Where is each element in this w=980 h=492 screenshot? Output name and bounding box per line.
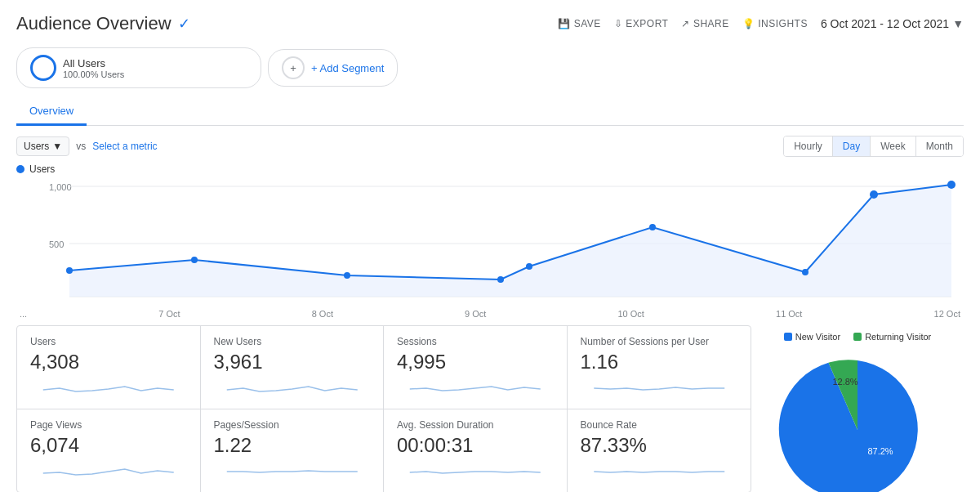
svg-point-8	[344, 272, 350, 279]
stats-grid-container: Users 4,308 New Users 3,961 Sessions 4,9…	[16, 325, 751, 492]
segment-info: All Users 100.00% Users	[63, 57, 124, 79]
avg-session-sparkline	[397, 463, 554, 480]
svg-point-6	[66, 267, 73, 274]
header-left: Audience Overview ✓	[16, 13, 190, 34]
chart-legend: Users	[16, 163, 964, 175]
returning-visitor-label: Returning Visitor	[865, 332, 931, 342]
day-button[interactable]: Day	[833, 136, 871, 156]
returning-visitor-legend: Returning Visitor	[853, 332, 931, 342]
header-actions: 💾 SAVE ⇩ EXPORT ↗ SHARE 💡 INSIGHTS 6 Oct…	[558, 17, 964, 30]
save-icon: 💾	[558, 18, 571, 29]
stats-grid: Users 4,308 New Users 3,961 Sessions 4,9…	[16, 325, 751, 492]
bounce-rate-stat-value: 87.33%	[581, 434, 738, 457]
week-button[interactable]: Week	[871, 136, 915, 156]
sessions-stat-label: Sessions	[397, 336, 554, 347]
check-icon: ✓	[178, 15, 190, 33]
new-users-stat-card: New Users 3,961	[201, 326, 385, 409]
new-users-stat-value: 3,961	[214, 351, 371, 373]
bounce-rate-stat-label: Bounce Rate	[581, 419, 738, 431]
avg-session-stat-label: Avg. Session Duration	[397, 419, 554, 431]
insights-icon: 💡	[742, 18, 755, 29]
chart-area: 1,000 500 ...	[16, 178, 964, 319]
dropdown-chevron-icon: ▼	[52, 141, 62, 152]
svg-point-14	[947, 181, 956, 189]
select-metric-link[interactable]: Select a metric	[92, 141, 157, 152]
sessions-stat-card: Sessions 4,995	[384, 326, 568, 409]
page-views-stat-label: Page Views	[30, 419, 187, 431]
svg-text:500: 500	[49, 239, 64, 249]
new-visitor-dot	[784, 333, 792, 341]
svg-point-10	[526, 263, 532, 270]
users-legend-label: Users	[29, 163, 55, 175]
time-period-buttons: Hourly Day Week Month	[783, 136, 964, 157]
users-sparkline	[30, 380, 187, 396]
pie-chart-svg: 87.2% 12.8%	[776, 348, 939, 492]
users-stat-label: Users	[30, 336, 187, 347]
insights-button[interactable]: 💡 INSIGHTS	[742, 18, 808, 29]
segment-icon	[30, 55, 56, 81]
svg-point-11	[649, 224, 656, 230]
month-button[interactable]: Month	[916, 136, 963, 156]
users-legend-dot	[16, 165, 24, 173]
svg-text:1,000: 1,000	[49, 182, 72, 192]
segment-bar: All Users 100.00% Users + + Add Segment	[16, 47, 964, 88]
export-button[interactable]: ⇩ EXPORT	[614, 18, 669, 29]
add-segment-icon: +	[282, 56, 305, 79]
pages-session-stat-card: Pages/Session 1.22	[201, 409, 385, 492]
page-views-stat-card: Page Views 6,074	[17, 409, 201, 492]
add-segment-button[interactable]: + + Add Segment	[268, 49, 398, 87]
metric-selector: Users ▼ vs Select a metric	[16, 136, 158, 156]
pie-chart-area: New Visitor Returning Visitor 87.2%	[751, 325, 964, 492]
sessions-per-user-stat-card: Number of Sessions per User 1.16	[568, 326, 751, 409]
svg-text:87.2%: 87.2%	[867, 446, 893, 456]
new-visitor-legend: New Visitor	[784, 332, 840, 342]
svg-text:12.8%: 12.8%	[832, 377, 858, 387]
page-views-sparkline	[30, 463, 187, 480]
pie-legend: New Visitor Returning Visitor	[784, 332, 932, 342]
pages-session-stat-label: Pages/Session	[214, 419, 371, 431]
new-visitor-label: New Visitor	[795, 332, 840, 342]
pages-session-sparkline	[214, 463, 371, 480]
users-stat-card: Users 4,308	[17, 326, 201, 409]
svg-point-7	[191, 257, 198, 263]
bounce-rate-sparkline	[581, 463, 738, 480]
page-views-stat-value: 6,074	[30, 434, 187, 457]
sessions-per-user-sparkline	[581, 380, 738, 396]
save-button[interactable]: 💾 SAVE	[558, 18, 601, 29]
share-icon: ↗	[681, 18, 690, 29]
svg-point-13	[870, 190, 878, 199]
new-users-sparkline	[214, 380, 371, 396]
share-button[interactable]: ↗ SHARE	[681, 18, 728, 29]
returning-visitor-dot	[853, 333, 862, 341]
avg-session-stat-card: Avg. Session Duration 00:00:31	[384, 409, 568, 492]
page-header: Audience Overview ✓ 💾 SAVE ⇩ EXPORT ↗ SH…	[16, 13, 964, 34]
sessions-per-user-stat-label: Number of Sessions per User	[581, 336, 738, 347]
export-icon: ⇩	[614, 18, 623, 29]
sessions-sparkline	[397, 380, 554, 396]
tabs-bar: Overview	[16, 98, 964, 126]
sessions-per-user-stat-value: 1.16	[581, 351, 738, 373]
hourly-button[interactable]: Hourly	[784, 136, 833, 156]
stats-area: Users 4,308 New Users 3,961 Sessions 4,9…	[16, 325, 964, 492]
bounce-rate-stat-card: Bounce Rate 87.33%	[568, 409, 751, 492]
avg-session-stat-value: 00:00:31	[397, 434, 554, 457]
x-axis-labels: ... 7 Oct 8 Oct 9 Oct 10 Oct 11 Oct 12 O…	[16, 309, 964, 319]
users-stat-value: 4,308	[30, 351, 187, 373]
date-range-selector[interactable]: 6 Oct 2021 - 12 Oct 2021 ▼	[821, 17, 964, 30]
all-users-segment[interactable]: All Users 100.00% Users	[16, 47, 261, 88]
page-container: Audience Overview ✓ 💾 SAVE ⇩ EXPORT ↗ SH…	[0, 0, 980, 492]
vs-label: vs	[76, 141, 86, 152]
page-title: Audience Overview	[16, 13, 172, 34]
users-metric-dropdown[interactable]: Users ▼	[16, 136, 69, 156]
pages-session-stat-value: 1.22	[214, 434, 371, 457]
svg-point-9	[497, 276, 504, 283]
new-users-stat-label: New Users	[214, 336, 371, 347]
sessions-stat-value: 4,995	[397, 351, 554, 373]
tab-overview[interactable]: Overview	[16, 98, 87, 126]
chart-controls: Users ▼ vs Select a metric Hourly Day We…	[16, 136, 964, 157]
chevron-down-icon: ▼	[952, 17, 964, 30]
line-chart: 1,000 500	[16, 178, 964, 309]
svg-point-12	[802, 269, 808, 275]
